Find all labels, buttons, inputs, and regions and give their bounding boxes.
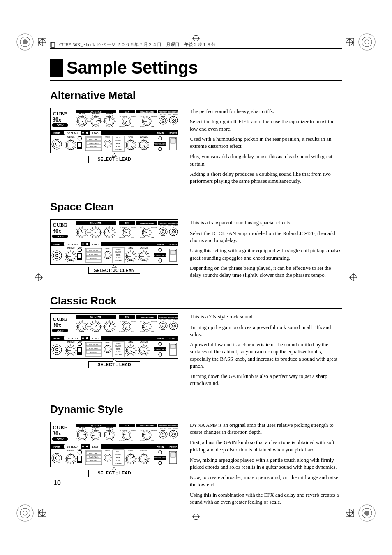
select-label: SELECT：LEAD [97, 157, 131, 161]
svg-text:DELAY: DELAY [140, 321, 145, 323]
svg-text:CHORUS: CHORUS [119, 440, 125, 441]
svg-text:CHORUS: CHORUS [119, 331, 125, 333]
svg-text:BASS: BASS [79, 223, 85, 226]
svg-text:PHASER: PHASER [131, 227, 136, 229]
svg-rect-20 [51, 42, 54, 47]
svg-text:STACK: STACK [116, 137, 121, 139]
svg-text:INPUT: INPUT [53, 337, 60, 340]
svg-rect-354 [171, 250, 175, 255]
svg-text:STACK: STACK [116, 451, 121, 453]
svg-text:OFF: OFF [131, 331, 134, 333]
select-box: SELECT：LEAD [88, 470, 140, 477]
select-box: SELECT: JC CLEAN [88, 267, 140, 274]
setting-1-para-1: Select the JC CLEAN amp, modeled on the … [190, 230, 342, 244]
svg-text:METAL: METAL [116, 457, 121, 458]
svg-text:SEL / EFX: SEL / EFX [160, 114, 166, 115]
setting-3-para-4: Using this in combination with the EFX a… [190, 492, 342, 506]
setting-1-para-3: Depending on the phrase being played, it… [190, 265, 342, 279]
setting-1-text: This is a transparent sound using spacia… [190, 219, 342, 282]
select-box: SELECT：LEAD [88, 361, 140, 368]
svg-point-522 [175, 344, 176, 345]
svg-text:VOLUME: VOLUME [140, 341, 148, 343]
svg-text:AUX IN: AUX IN [157, 446, 164, 448]
setting-1-diagram: CUBE30xCOSMINPUTJC CLEANLEADEQUALIZER BA… [50, 219, 178, 282]
svg-text:COSM: COSM [57, 124, 64, 127]
svg-text:POWER: POWER [170, 243, 178, 246]
svg-text:VOLUME: VOLUME [140, 136, 148, 138]
svg-text:GAIN: GAIN [128, 136, 133, 138]
svg-text:POWER: POWER [170, 446, 178, 448]
svg-text:JC CLEAN: JC CLEAN [67, 132, 78, 134]
svg-rect-299 [78, 254, 81, 258]
svg-point-532 [82, 445, 84, 447]
svg-text:BLACK PANEL: BLACK PANEL [89, 254, 99, 256]
setting-3-para-3: Now, to create a broader, more open soun… [190, 474, 342, 488]
svg-text:OFF: OFF [131, 237, 134, 239]
select-pointer-icon [112, 359, 117, 362]
svg-point-476 [105, 347, 110, 352]
svg-text:METAL: METAL [116, 143, 121, 145]
svg-text:LEAD: LEAD [92, 132, 99, 134]
svg-text:REVERB ▸: REVERB ▸ [140, 331, 147, 333]
svg-text:TWEED: TWEED [105, 450, 111, 452]
svg-text:OUT / PHONES: OUT / PHONES [168, 428, 178, 429]
svg-text:COSM: COSM [57, 329, 64, 332]
svg-text:EFX: EFX [125, 222, 129, 224]
setting-1-row: CUBE30xCOSMINPUTJC CLEANLEADEQUALIZER BA… [50, 219, 342, 282]
svg-text:30x: 30x [53, 431, 61, 437]
svg-text:EFX: EFX [125, 316, 129, 318]
select-label: SELECT：LEAD [97, 362, 131, 367]
svg-text:REVERB ▸: REVERB ▸ [140, 440, 147, 441]
svg-text:TUNER: TUNER [78, 136, 83, 137]
setting-3-underline [50, 417, 342, 417]
svg-point-7 [20, 508, 30, 518]
svg-point-6 [17, 505, 33, 521]
svg-rect-521 [171, 344, 175, 349]
svg-text:JC CLEAN: JC CLEAN [67, 243, 78, 246]
setting-3-para-1: First, adjust the GAIN knob so that a cl… [190, 439, 342, 454]
svg-point-14 [36, 274, 42, 280]
setting-2-para-1: Turning up the gain produces a powerful … [190, 324, 342, 339]
svg-point-366 [86, 337, 88, 339]
page-title: Sample Settings [67, 59, 198, 77]
svg-text:VOLUME: VOLUME [140, 247, 148, 249]
svg-text:ACOUSTIC: ACOUSTIC [90, 460, 98, 461]
svg-text:MIDDLE: MIDDLE [92, 223, 100, 226]
svg-text:ACOUSTIC: ACOUSTIC [90, 146, 98, 148]
select-label: SELECT：LEAD [97, 470, 131, 475]
svg-text:COSM: COSM [57, 235, 64, 238]
svg-text:DELAY: DELAY [140, 116, 145, 117]
setting-0-para-0: The perfect sound for heavy, sharp riffs… [190, 108, 342, 115]
svg-text:CLASSIC: CLASSIC [115, 345, 122, 347]
svg-text:SEL / EFX: SEL / EFX [160, 319, 166, 321]
svg-rect-187 [171, 139, 175, 143]
svg-text:FOOT SW: FOOT SW [159, 222, 167, 224]
svg-text:BRIT COMBO: BRIT COMBO [89, 344, 98, 346]
svg-text:VOLUME: VOLUME [140, 450, 148, 452]
svg-text:MIDDLE: MIDDLE [92, 112, 100, 114]
svg-point-2 [23, 39, 28, 44]
svg-text:REVERB ▸: REVERB ▸ [140, 237, 147, 239]
svg-text:OFF: OFF [151, 440, 154, 441]
svg-text:TREBLE: TREBLE [105, 112, 114, 114]
svg-text:JC CLEAN: JC CLEAN [67, 337, 78, 340]
svg-point-4 [362, 37, 372, 47]
svg-text:VOLUME: VOLUME [67, 341, 74, 343]
amp-panel-diagram: CUBE30xCOSMINPUTJC CLEANLEADEQUALIZER BA… [50, 219, 178, 265]
svg-text:STACK: STACK [116, 343, 121, 344]
svg-text:BASS: BASS [79, 317, 85, 320]
setting-0-row: CUBE30xCOSMINPUTJC CLEANLEADEQUALIZER BA… [50, 108, 342, 188]
svg-text:EFX: EFX [125, 424, 129, 427]
setting-0-underline [50, 103, 342, 103]
svg-text:DELAY/REVERB: DELAY/REVERB [140, 111, 154, 113]
svg-point-198 [82, 243, 84, 245]
svg-text:30x: 30x [53, 117, 61, 123]
svg-point-3 [359, 34, 375, 50]
header-file-info-row: CUBE-30X_e.book 10 ページ ２００６年７月２４日 月曜日 午後… [50, 41, 342, 48]
svg-text:DELAY/REVERB: DELAY/REVERB [140, 222, 154, 224]
title-block [50, 59, 63, 77]
svg-text:FLANGER: FLANGER [120, 430, 127, 431]
svg-text:TWEED: TWEED [105, 342, 111, 343]
svg-point-365 [82, 337, 84, 339]
svg-text:OUT / PHONES: OUT / PHONES [168, 319, 178, 321]
